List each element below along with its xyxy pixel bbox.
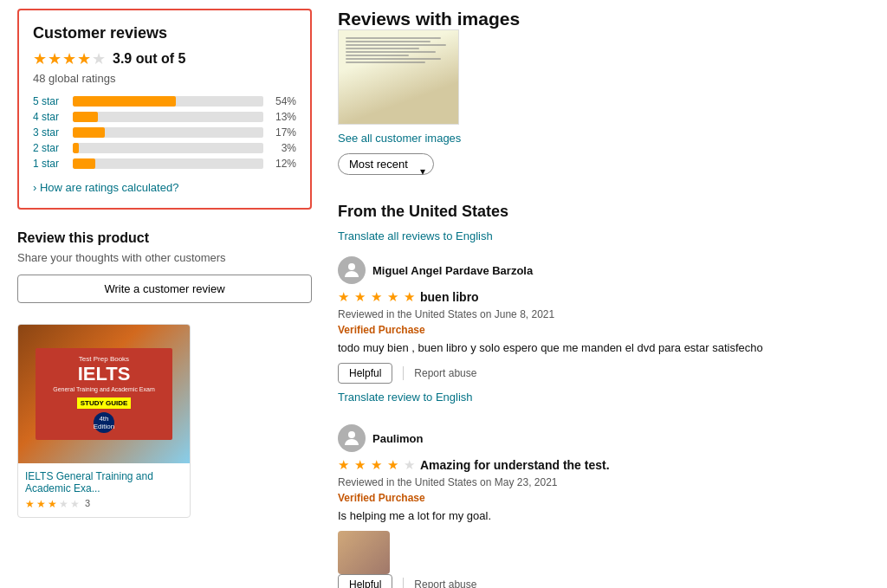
- reviews-with-images-title: Reviews with images: [338, 9, 870, 29]
- ielts-title: IELTS: [42, 363, 165, 385]
- star-bar-row[interactable]: 1 star 12%: [33, 158, 296, 170]
- review-star-1: ★: [338, 457, 349, 473]
- star-bar-label: 1 star: [33, 158, 66, 170]
- sort-select[interactable]: Most recentTop reviews: [338, 153, 434, 175]
- book-subtitle: General Training and Academic Exam: [42, 385, 165, 393]
- bar-fill: [73, 158, 95, 169]
- prep-label: Test Prep Books: [42, 355, 165, 363]
- review-product-section: Review this product Share your thoughts …: [17, 230, 312, 303]
- review-product-subtitle: Share your thoughts with other customers: [17, 251, 312, 264]
- review-star-5: ★: [404, 289, 415, 305]
- see-all-images-link[interactable]: See all customer images: [338, 132, 870, 145]
- review-image-thumbnail: [338, 29, 459, 125]
- ratings-calc-link[interactable]: › How are ratings calculated?: [33, 181, 178, 194]
- reviews-container: Miguel Angel Pardave Barzola ★★★★★ buen …: [338, 256, 870, 588]
- review-star-2: ★: [354, 457, 366, 473]
- review-body: todo muy bien , buen libro y solo espero…: [338, 341, 870, 354]
- bar-background: [73, 112, 263, 122]
- write-review-button[interactable]: Write a customer review: [17, 275, 312, 303]
- separator: [403, 578, 404, 588]
- star-bar-row[interactable]: 3 star 17%: [33, 126, 296, 139]
- bar-background: [73, 158, 263, 169]
- review-title: Amazing for understand the test.: [420, 458, 610, 472]
- review-product-title: Review this product: [17, 230, 312, 246]
- bar-percent: 17%: [270, 126, 296, 139]
- star-2: ★: [48, 49, 62, 68]
- star-4: ★: [77, 49, 91, 68]
- reviewer-name: Miguel Angel Pardave Barzola: [372, 264, 533, 277]
- star-3: ★: [62, 49, 76, 68]
- helpful-button[interactable]: Helpful: [338, 574, 392, 588]
- customer-reviews-box: Customer reviews ★ ★ ★ ★ ★ 3.9 out of 5 …: [17, 9, 312, 210]
- report-abuse-link[interactable]: Report abuse: [414, 578, 476, 588]
- from-us-title: From the United States: [338, 203, 870, 221]
- helpful-row: Helpful Report abuse: [338, 363, 870, 384]
- review-star-3: ★: [371, 457, 382, 473]
- bar-percent: 3%: [270, 142, 296, 154]
- customer-reviews-title: Customer reviews: [33, 24, 296, 42]
- translate-all-link[interactable]: Translate all reviews to English: [338, 229, 870, 242]
- star-bars-container: 5 star 54% 4 star 13% 3 star 17% 2 star …: [33, 95, 296, 170]
- report-abuse-link[interactable]: Report abuse: [414, 367, 476, 379]
- edition-badge: 4th Edition: [94, 412, 114, 433]
- bar-background: [73, 96, 263, 107]
- review-star-2: ★: [354, 289, 366, 305]
- book-stars: ★ ★ ★ ★ ★ 3: [25, 498, 183, 510]
- review-meta: Reviewed in the United States on June 8,…: [338, 308, 870, 320]
- star-bar-label: 4 star: [33, 111, 66, 123]
- book-star-3: ★: [48, 498, 57, 510]
- reviewer-row: Miguel Angel Pardave Barzola: [338, 256, 870, 284]
- review-item: Miguel Angel Pardave Barzola ★★★★★ buen …: [338, 256, 870, 404]
- star-bar-row[interactable]: 4 star 13%: [33, 111, 296, 123]
- review-star-3: ★: [371, 289, 382, 305]
- review-item: Paulimon ★★★★★ Amazing for understand th…: [338, 424, 870, 588]
- verified-purchase: Verified Purchase: [338, 492, 870, 504]
- review-stars-row: ★★★★★ buen libro: [338, 289, 870, 305]
- bar-percent: 54%: [270, 95, 296, 107]
- bar-fill: [73, 143, 79, 153]
- review-star-4: ★: [387, 457, 398, 473]
- review-title: buen libro: [420, 290, 479, 304]
- reviewer-name: Paulimon: [372, 432, 424, 445]
- bar-percent: 13%: [270, 111, 296, 123]
- book-rating-count: 3: [85, 498, 90, 510]
- reviewer-avatar: [338, 256, 366, 284]
- reviewer-avatar: [338, 424, 366, 452]
- review-body: Is helping me a lot for my goal.: [338, 509, 870, 522]
- review-meta: Reviewed in the United States on May 23,…: [338, 476, 870, 488]
- verified-purchase: Verified Purchase: [338, 324, 870, 336]
- book-star-5: ★: [70, 498, 80, 510]
- bar-fill: [73, 96, 176, 107]
- translate-review-link[interactable]: Translate review to English: [338, 391, 870, 404]
- bar-background: [73, 127, 263, 138]
- book-caption: IELTS General Training and Academic Exa.…: [18, 463, 190, 517]
- star-bar-row[interactable]: 5 star 54%: [33, 95, 296, 107]
- book-image: Test Prep Books IELTS General Training a…: [18, 325, 190, 463]
- star-1: ★: [33, 49, 47, 68]
- star-bar-label: 2 star: [33, 142, 66, 154]
- separator: [403, 366, 404, 380]
- sort-wrapper[interactable]: Most recentTop reviews: [338, 153, 434, 189]
- review-star-5: ★: [404, 457, 415, 473]
- overall-rating-row: ★ ★ ★ ★ ★ 3.9 out of 5: [33, 49, 296, 68]
- study-badge: STUDY GUIDE: [77, 397, 132, 409]
- book-preview-card: Test Prep Books IELTS General Training a…: [17, 324, 191, 518]
- star-5: ★: [92, 49, 106, 68]
- bar-background: [73, 143, 263, 153]
- helpful-button[interactable]: Helpful: [338, 363, 392, 384]
- review-stars-row: ★★★★★ Amazing for understand the test.: [338, 457, 870, 473]
- star-bar-row[interactable]: 2 star 3%: [33, 142, 296, 154]
- review-image-content: [339, 30, 458, 124]
- global-ratings-text: 48 global ratings: [33, 72, 296, 85]
- book-star-1: ★: [25, 498, 35, 510]
- star-bar-label: 5 star: [33, 95, 66, 107]
- review-small-image: [338, 531, 390, 574]
- book-cover-inner: Test Prep Books IELTS General Training a…: [36, 348, 172, 439]
- overall-stars: ★ ★ ★ ★ ★: [33, 49, 106, 68]
- avatar-icon: [341, 260, 362, 281]
- star-bar-label: 3 star: [33, 126, 66, 139]
- book-star-2: ★: [36, 498, 46, 510]
- avatar-icon: [341, 428, 362, 449]
- bar-percent: 12%: [270, 158, 296, 170]
- rating-text: 3.9 out of 5: [113, 51, 185, 67]
